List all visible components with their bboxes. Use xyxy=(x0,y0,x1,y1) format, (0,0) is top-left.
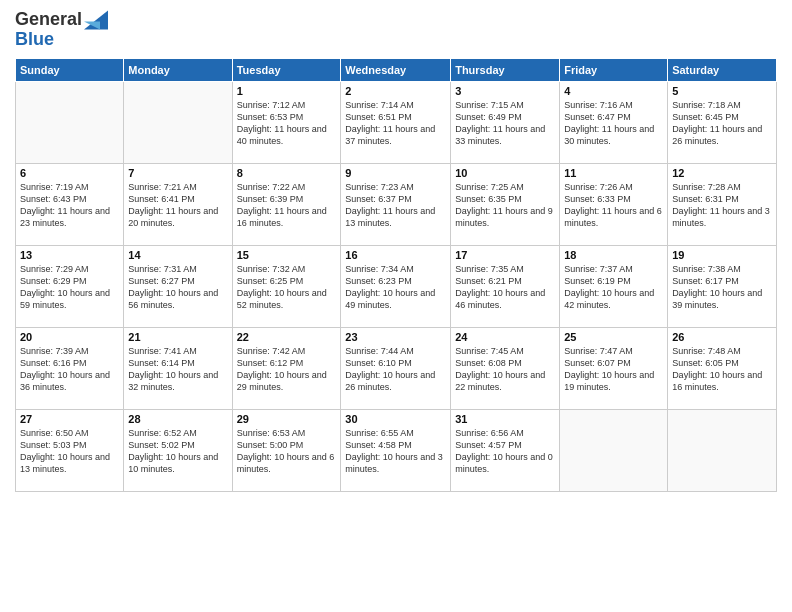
calendar-cell: 27Sunrise: 6:50 AM Sunset: 5:03 PM Dayli… xyxy=(16,410,124,492)
day-number: 22 xyxy=(237,331,337,343)
day-number: 31 xyxy=(455,413,555,425)
calendar-day-header: Thursday xyxy=(451,59,560,82)
calendar-cell: 17Sunrise: 7:35 AM Sunset: 6:21 PM Dayli… xyxy=(451,246,560,328)
day-number: 12 xyxy=(672,167,772,179)
calendar-cell: 23Sunrise: 7:44 AM Sunset: 6:10 PM Dayli… xyxy=(341,328,451,410)
calendar-cell: 5Sunrise: 7:18 AM Sunset: 6:45 PM Daylig… xyxy=(668,82,777,164)
calendar-cell: 11Sunrise: 7:26 AM Sunset: 6:33 PM Dayli… xyxy=(560,164,668,246)
calendar-cell: 15Sunrise: 7:32 AM Sunset: 6:25 PM Dayli… xyxy=(232,246,341,328)
logo: General Blue xyxy=(15,10,108,50)
day-number: 4 xyxy=(564,85,663,97)
calendar-cell: 18Sunrise: 7:37 AM Sunset: 6:19 PM Dayli… xyxy=(560,246,668,328)
logo-general: General xyxy=(15,9,82,29)
day-number: 9 xyxy=(345,167,446,179)
day-number: 7 xyxy=(128,167,227,179)
day-info: Sunrise: 7:23 AM Sunset: 6:37 PM Dayligh… xyxy=(345,181,446,230)
day-number: 25 xyxy=(564,331,663,343)
calendar-cell: 4Sunrise: 7:16 AM Sunset: 6:47 PM Daylig… xyxy=(560,82,668,164)
day-info: Sunrise: 7:16 AM Sunset: 6:47 PM Dayligh… xyxy=(564,99,663,148)
calendar-cell: 21Sunrise: 7:41 AM Sunset: 6:14 PM Dayli… xyxy=(124,328,232,410)
calendar-cell: 25Sunrise: 7:47 AM Sunset: 6:07 PM Dayli… xyxy=(560,328,668,410)
calendar-cell: 29Sunrise: 6:53 AM Sunset: 5:00 PM Dayli… xyxy=(232,410,341,492)
day-info: Sunrise: 7:37 AM Sunset: 6:19 PM Dayligh… xyxy=(564,263,663,312)
calendar-cell: 8Sunrise: 7:22 AM Sunset: 6:39 PM Daylig… xyxy=(232,164,341,246)
calendar-cell: 22Sunrise: 7:42 AM Sunset: 6:12 PM Dayli… xyxy=(232,328,341,410)
day-number: 6 xyxy=(20,167,119,179)
day-number: 19 xyxy=(672,249,772,261)
day-info: Sunrise: 7:15 AM Sunset: 6:49 PM Dayligh… xyxy=(455,99,555,148)
day-info: Sunrise: 7:26 AM Sunset: 6:33 PM Dayligh… xyxy=(564,181,663,230)
calendar-week-row: 27Sunrise: 6:50 AM Sunset: 5:03 PM Dayli… xyxy=(16,410,777,492)
day-number: 13 xyxy=(20,249,119,261)
logo-blue: Blue xyxy=(15,29,54,49)
day-number: 26 xyxy=(672,331,772,343)
logo-text: General Blue xyxy=(15,10,108,50)
day-number: 2 xyxy=(345,85,446,97)
day-info: Sunrise: 7:14 AM Sunset: 6:51 PM Dayligh… xyxy=(345,99,446,148)
day-number: 24 xyxy=(455,331,555,343)
day-number: 29 xyxy=(237,413,337,425)
calendar-cell: 31Sunrise: 6:56 AM Sunset: 4:57 PM Dayli… xyxy=(451,410,560,492)
calendar-cell: 7Sunrise: 7:21 AM Sunset: 6:41 PM Daylig… xyxy=(124,164,232,246)
day-number: 8 xyxy=(237,167,337,179)
day-info: Sunrise: 6:50 AM Sunset: 5:03 PM Dayligh… xyxy=(20,427,119,476)
day-info: Sunrise: 7:45 AM Sunset: 6:08 PM Dayligh… xyxy=(455,345,555,394)
day-number: 28 xyxy=(128,413,227,425)
calendar-cell: 30Sunrise: 6:55 AM Sunset: 4:58 PM Dayli… xyxy=(341,410,451,492)
day-info: Sunrise: 6:52 AM Sunset: 5:02 PM Dayligh… xyxy=(128,427,227,476)
calendar-cell: 14Sunrise: 7:31 AM Sunset: 6:27 PM Dayli… xyxy=(124,246,232,328)
day-number: 23 xyxy=(345,331,446,343)
calendar-cell xyxy=(560,410,668,492)
day-info: Sunrise: 7:19 AM Sunset: 6:43 PM Dayligh… xyxy=(20,181,119,230)
day-info: Sunrise: 7:35 AM Sunset: 6:21 PM Dayligh… xyxy=(455,263,555,312)
day-number: 11 xyxy=(564,167,663,179)
calendar-cell: 2Sunrise: 7:14 AM Sunset: 6:51 PM Daylig… xyxy=(341,82,451,164)
day-info: Sunrise: 7:32 AM Sunset: 6:25 PM Dayligh… xyxy=(237,263,337,312)
calendar-cell: 24Sunrise: 7:45 AM Sunset: 6:08 PM Dayli… xyxy=(451,328,560,410)
day-info: Sunrise: 7:12 AM Sunset: 6:53 PM Dayligh… xyxy=(237,99,337,148)
calendar-table: SundayMondayTuesdayWednesdayThursdayFrid… xyxy=(15,58,777,492)
day-info: Sunrise: 7:34 AM Sunset: 6:23 PM Dayligh… xyxy=(345,263,446,312)
day-number: 27 xyxy=(20,413,119,425)
calendar-week-row: 13Sunrise: 7:29 AM Sunset: 6:29 PM Dayli… xyxy=(16,246,777,328)
calendar-cell: 16Sunrise: 7:34 AM Sunset: 6:23 PM Dayli… xyxy=(341,246,451,328)
day-number: 30 xyxy=(345,413,446,425)
day-number: 20 xyxy=(20,331,119,343)
page-header: General Blue xyxy=(15,10,777,50)
day-info: Sunrise: 7:41 AM Sunset: 6:14 PM Dayligh… xyxy=(128,345,227,394)
calendar-day-header: Friday xyxy=(560,59,668,82)
calendar-cell: 28Sunrise: 6:52 AM Sunset: 5:02 PM Dayli… xyxy=(124,410,232,492)
day-number: 14 xyxy=(128,249,227,261)
day-info: Sunrise: 7:21 AM Sunset: 6:41 PM Dayligh… xyxy=(128,181,227,230)
day-info: Sunrise: 7:31 AM Sunset: 6:27 PM Dayligh… xyxy=(128,263,227,312)
calendar-cell: 10Sunrise: 7:25 AM Sunset: 6:35 PM Dayli… xyxy=(451,164,560,246)
calendar-cell: 19Sunrise: 7:38 AM Sunset: 6:17 PM Dayli… xyxy=(668,246,777,328)
day-info: Sunrise: 7:25 AM Sunset: 6:35 PM Dayligh… xyxy=(455,181,555,230)
day-info: Sunrise: 7:48 AM Sunset: 6:05 PM Dayligh… xyxy=(672,345,772,394)
day-info: Sunrise: 7:29 AM Sunset: 6:29 PM Dayligh… xyxy=(20,263,119,312)
calendar-cell: 3Sunrise: 7:15 AM Sunset: 6:49 PM Daylig… xyxy=(451,82,560,164)
day-number: 10 xyxy=(455,167,555,179)
calendar-cell xyxy=(16,82,124,164)
calendar-cell xyxy=(668,410,777,492)
calendar-header-row: SundayMondayTuesdayWednesdayThursdayFrid… xyxy=(16,59,777,82)
day-number: 3 xyxy=(455,85,555,97)
calendar-cell: 12Sunrise: 7:28 AM Sunset: 6:31 PM Dayli… xyxy=(668,164,777,246)
day-number: 21 xyxy=(128,331,227,343)
calendar-day-header: Wednesday xyxy=(341,59,451,82)
calendar-week-row: 1Sunrise: 7:12 AM Sunset: 6:53 PM Daylig… xyxy=(16,82,777,164)
day-number: 1 xyxy=(237,85,337,97)
calendar-cell: 6Sunrise: 7:19 AM Sunset: 6:43 PM Daylig… xyxy=(16,164,124,246)
day-info: Sunrise: 7:44 AM Sunset: 6:10 PM Dayligh… xyxy=(345,345,446,394)
day-info: Sunrise: 6:55 AM Sunset: 4:58 PM Dayligh… xyxy=(345,427,446,476)
calendar-cell: 13Sunrise: 7:29 AM Sunset: 6:29 PM Dayli… xyxy=(16,246,124,328)
day-info: Sunrise: 6:56 AM Sunset: 4:57 PM Dayligh… xyxy=(455,427,555,476)
day-number: 17 xyxy=(455,249,555,261)
day-info: Sunrise: 7:18 AM Sunset: 6:45 PM Dayligh… xyxy=(672,99,772,148)
calendar-week-row: 20Sunrise: 7:39 AM Sunset: 6:16 PM Dayli… xyxy=(16,328,777,410)
day-number: 16 xyxy=(345,249,446,261)
day-number: 18 xyxy=(564,249,663,261)
calendar-cell: 9Sunrise: 7:23 AM Sunset: 6:37 PM Daylig… xyxy=(341,164,451,246)
calendar-day-header: Sunday xyxy=(16,59,124,82)
day-info: Sunrise: 7:47 AM Sunset: 6:07 PM Dayligh… xyxy=(564,345,663,394)
